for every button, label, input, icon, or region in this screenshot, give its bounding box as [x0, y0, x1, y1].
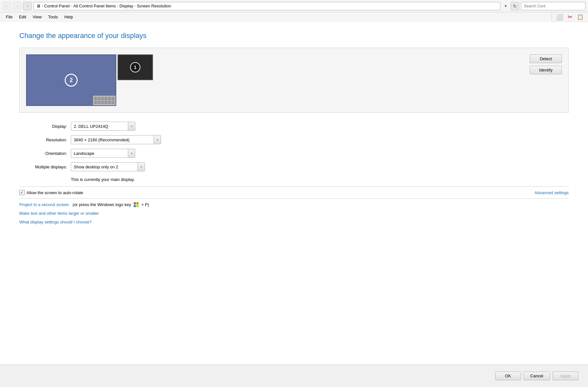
project-suffix-text: (or press the Windows logo key — [73, 202, 131, 207]
resolution-select-value: 3840 × 2160 (Recommended) — [71, 137, 154, 142]
project-suffix — [70, 202, 71, 207]
project-key: + P) — [141, 202, 149, 207]
auto-rotate-label: Allow the screen to auto-rotate — [26, 190, 83, 195]
breadcrumb-control-panel[interactable]: Control Panel — [44, 4, 70, 8]
multiple-displays-select[interactable]: Show desktop only on 2 ▾ — [71, 162, 145, 171]
cut-icon[interactable]: ✂ — [565, 13, 575, 22]
multiple-displays-select-arrow: ▾ — [138, 163, 145, 171]
auto-rotate-checkbox[interactable]: ✓ — [19, 190, 24, 195]
monitor-2-taskbar — [93, 96, 116, 105]
display-settings-link[interactable]: What display settings should I choose? — [19, 220, 569, 224]
display-settings-form: Display: 2. DELL UP2414Q ▾ Resolution: 3… — [19, 122, 569, 171]
windows-logo-icon — [134, 202, 139, 207]
resolution-select[interactable]: 3840 × 2160 (Recommended) ▾ — [71, 135, 161, 144]
detect-identify-area: Detect Identify — [530, 54, 562, 74]
search-input[interactable] — [521, 2, 585, 10]
auto-rotate-row: ✓ Allow the screen to auto-rotate Advanc… — [19, 190, 569, 195]
detect-button[interactable]: Detect — [530, 54, 562, 63]
breadcrumb-all-items[interactable]: All Control Panel Items — [73, 4, 116, 8]
monitor-2-number: 2 — [65, 74, 78, 87]
orientation-select-arrow: ▾ — [128, 149, 135, 157]
up-button[interactable]: ↑ — [23, 2, 32, 10]
monitor-2-display[interactable]: 2 — [26, 54, 116, 106]
svg-rect-1 — [136, 202, 138, 204]
breadcrumb-screen-resolution[interactable]: Screen Resolution — [137, 4, 171, 8]
orientation-select-value: Landscape — [71, 151, 128, 156]
resolution-label: Resolution: — [19, 137, 71, 142]
monitor-1-number: 1 — [130, 62, 140, 72]
computer-icon: 🖥 — [36, 4, 41, 8]
main-content: Change the appearance of your displays 2 — [0, 22, 588, 364]
project-line: Project to a second screen (or press the… — [19, 202, 569, 207]
text-size-link[interactable]: Make text and other items larger or smal… — [19, 211, 569, 216]
menu-file[interactable]: File — [3, 13, 16, 21]
advanced-settings-link[interactable]: Advanced settings — [535, 190, 569, 195]
window-icon[interactable]: ⬜ — [555, 13, 565, 22]
multiple-displays-label: Multiple displays: — [19, 165, 71, 169]
menu-tools[interactable]: Tools — [45, 13, 61, 21]
divider-2 — [19, 198, 569, 199]
divider — [19, 186, 569, 187]
display-select-value: 2. DELL UP2414Q — [71, 124, 128, 129]
menu-help[interactable]: Help — [61, 13, 76, 21]
display-row: Display: 2. DELL UP2414Q ▾ — [19, 122, 569, 131]
svg-rect-0 — [134, 202, 136, 204]
cancel-button[interactable]: Cancel — [524, 372, 550, 380]
display-select-arrow: ▾ — [128, 122, 135, 130]
multiple-displays-row: Multiple displays: Show desktop only on … — [19, 162, 569, 171]
orientation-row: Orientation: Landscape ▾ — [19, 149, 569, 158]
svg-rect-3 — [136, 205, 138, 207]
svg-rect-2 — [134, 205, 136, 207]
page-title: Change the appearance of your displays — [19, 32, 569, 40]
display-label: Display: — [19, 124, 71, 129]
orientation-select[interactable]: Landscape ▾ — [71, 149, 135, 158]
copy-icon[interactable]: 📋 — [575, 13, 585, 22]
resolution-select-arrow: ▾ — [154, 136, 161, 144]
refresh-button[interactable]: ↻ — [511, 2, 519, 10]
identify-button[interactable]: Identify — [530, 66, 562, 74]
address-bar: ← → ↑ 🖥 › Control Panel › All Control Pa… — [0, 0, 588, 12]
monitor-1-display[interactable]: 1 — [118, 54, 153, 80]
forward-button[interactable]: → — [13, 2, 21, 10]
resolution-row: Resolution: 3840 × 2160 (Recommended) ▾ — [19, 135, 569, 144]
main-display-status: This is currently your main display. — [71, 177, 569, 182]
menu-view[interactable]: View — [29, 13, 45, 21]
breadcrumb: 🖥 › Control Panel › All Control Panel It… — [33, 2, 500, 10]
back-button[interactable]: ← — [3, 2, 11, 10]
apply-button[interactable]: Apply — [553, 372, 578, 380]
orientation-label: Orientation: — [19, 151, 71, 156]
breadcrumb-dropdown-button[interactable]: ▾ — [502, 2, 509, 10]
display-select[interactable]: 2. DELL UP2414Q ▾ — [71, 122, 135, 131]
bottom-links: Project to a second screen (or press the… — [19, 202, 569, 224]
bottom-bar: OK Cancel Apply — [0, 364, 588, 387]
breadcrumb-display[interactable]: Display — [119, 4, 133, 8]
monitor-preview-area: 2 1 — [19, 48, 569, 113]
monitors-display: 2 1 — [26, 54, 520, 106]
ok-button[interactable]: OK — [495, 372, 521, 380]
menu-bar: File Edit View Tools Help — [0, 12, 552, 22]
multiple-displays-select-value: Show desktop only on 2 — [71, 165, 138, 169]
menu-edit[interactable]: Edit — [16, 13, 29, 21]
project-to-second-screen-link[interactable]: Project to a second screen — [19, 202, 69, 207]
